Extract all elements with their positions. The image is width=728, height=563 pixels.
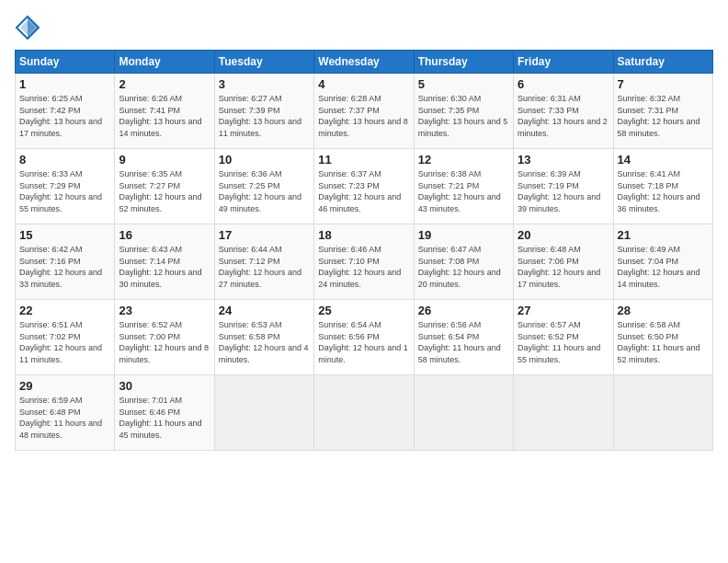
day-info: Sunrise: 6:42 AMSunset: 7:16 PMDaylight:…: [19, 244, 110, 290]
calendar-cell: 13Sunrise: 6:39 AMSunset: 7:19 PMDayligh…: [514, 149, 613, 224]
calendar-page: SundayMondayTuesdayWednesdayThursdayFrid…: [0, 0, 728, 563]
calendar-cell: 14Sunrise: 6:41 AMSunset: 7:18 PMDayligh…: [613, 149, 712, 224]
calendar-cell: 2Sunrise: 6:26 AMSunset: 7:41 PMDaylight…: [115, 74, 214, 149]
calendar-cell: 8Sunrise: 6:33 AMSunset: 7:29 PMDaylight…: [16, 149, 115, 224]
day-info: Sunrise: 6:54 AMSunset: 6:56 PMDaylight:…: [318, 319, 409, 365]
day-info: Sunrise: 6:32 AMSunset: 7:31 PMDaylight:…: [618, 93, 709, 139]
calendar-cell: 5Sunrise: 6:30 AMSunset: 7:35 PMDaylight…: [414, 74, 513, 149]
day-info: Sunrise: 6:37 AMSunset: 7:23 PMDaylight:…: [318, 168, 409, 214]
day-info: Sunrise: 6:48 AMSunset: 7:06 PMDaylight:…: [518, 244, 609, 290]
weekday-header-friday: Friday: [514, 51, 613, 74]
day-info: Sunrise: 6:44 AMSunset: 7:12 PMDaylight:…: [219, 244, 310, 290]
day-info: Sunrise: 6:31 AMSunset: 7:33 PMDaylight:…: [518, 93, 609, 139]
day-number: 30: [119, 379, 210, 393]
logo-icon: [15, 15, 40, 40]
day-info: Sunrise: 6:27 AMSunset: 7:39 PMDaylight:…: [219, 93, 310, 139]
weekday-header-thursday: Thursday: [414, 51, 513, 74]
logo: [15, 15, 44, 40]
calendar-cell: 19Sunrise: 6:47 AMSunset: 7:08 PMDayligh…: [414, 224, 513, 300]
day-number: 12: [418, 153, 509, 167]
day-number: 5: [418, 77, 509, 91]
day-number: 13: [518, 153, 609, 167]
day-number: 8: [19, 153, 110, 167]
day-number: 1: [19, 77, 110, 91]
calendar-week-row: 29Sunrise: 6:59 AMSunset: 6:48 PMDayligh…: [16, 375, 713, 451]
calendar-cell: 6Sunrise: 6:31 AMSunset: 7:33 PMDaylight…: [514, 74, 613, 149]
calendar-cell: 20Sunrise: 6:48 AMSunset: 7:06 PMDayligh…: [514, 224, 613, 300]
calendar-cell: 3Sunrise: 6:27 AMSunset: 7:39 PMDaylight…: [214, 74, 313, 149]
day-info: Sunrise: 6:41 AMSunset: 7:18 PMDaylight:…: [618, 168, 709, 214]
weekday-header-saturday: Saturday: [613, 51, 712, 74]
calendar-cell: 17Sunrise: 6:44 AMSunset: 7:12 PMDayligh…: [214, 224, 313, 300]
day-info: Sunrise: 6:52 AMSunset: 7:00 PMDaylight:…: [119, 319, 210, 365]
day-number: 18: [318, 228, 409, 242]
day-number: 3: [219, 77, 310, 91]
day-number: 24: [219, 304, 310, 317]
day-info: Sunrise: 6:25 AMSunset: 7:42 PMDaylight:…: [19, 93, 110, 139]
day-info: Sunrise: 6:46 AMSunset: 7:10 PMDaylight:…: [318, 244, 409, 290]
day-number: 15: [19, 228, 110, 242]
calendar-cell: [314, 375, 414, 451]
calendar-cell: [514, 375, 613, 451]
day-info: Sunrise: 6:43 AMSunset: 7:14 PMDaylight:…: [119, 244, 210, 290]
day-number: 6: [518, 77, 609, 91]
day-number: 16: [119, 228, 210, 242]
day-number: 25: [318, 304, 409, 317]
calendar-cell: 1Sunrise: 6:25 AMSunset: 7:42 PMDaylight…: [16, 74, 115, 149]
day-info: Sunrise: 6:49 AMSunset: 7:04 PMDaylight:…: [618, 244, 709, 290]
day-number: 9: [119, 153, 210, 167]
calendar-cell: 16Sunrise: 6:43 AMSunset: 7:14 PMDayligh…: [115, 224, 214, 300]
weekday-header-sunday: Sunday: [16, 51, 115, 74]
day-number: 27: [518, 304, 609, 317]
calendar-cell: 15Sunrise: 6:42 AMSunset: 7:16 PMDayligh…: [16, 224, 115, 300]
day-info: Sunrise: 6:47 AMSunset: 7:08 PMDaylight:…: [418, 244, 509, 290]
weekday-header-row: SundayMondayTuesdayWednesdayThursdayFrid…: [16, 51, 713, 74]
day-number: 21: [618, 228, 709, 242]
calendar-cell: [414, 375, 513, 451]
day-number: 14: [618, 153, 709, 167]
calendar-cell: [613, 375, 712, 451]
day-info: Sunrise: 6:59 AMSunset: 6:48 PMDaylight:…: [19, 395, 110, 441]
calendar-cell: 23Sunrise: 6:52 AMSunset: 7:00 PMDayligh…: [115, 300, 214, 375]
calendar-cell: 9Sunrise: 6:35 AMSunset: 7:27 PMDaylight…: [115, 149, 214, 224]
calendar-week-row: 22Sunrise: 6:51 AMSunset: 7:02 PMDayligh…: [16, 300, 713, 375]
day-number: 19: [418, 228, 509, 242]
weekday-header-wednesday: Wednesday: [314, 51, 414, 74]
day-number: 11: [318, 153, 409, 167]
day-info: Sunrise: 6:58 AMSunset: 6:50 PMDaylight:…: [618, 319, 709, 365]
calendar-week-row: 15Sunrise: 6:42 AMSunset: 7:16 PMDayligh…: [16, 224, 713, 300]
calendar-cell: 25Sunrise: 6:54 AMSunset: 6:56 PMDayligh…: [314, 300, 414, 375]
day-info: Sunrise: 6:53 AMSunset: 6:58 PMDaylight:…: [219, 319, 310, 365]
calendar-week-row: 1Sunrise: 6:25 AMSunset: 7:42 PMDaylight…: [16, 74, 713, 149]
calendar-cell: 27Sunrise: 6:57 AMSunset: 6:52 PMDayligh…: [514, 300, 613, 375]
calendar-cell: 21Sunrise: 6:49 AMSunset: 7:04 PMDayligh…: [613, 224, 712, 300]
calendar-cell: 10Sunrise: 6:36 AMSunset: 7:25 PMDayligh…: [214, 149, 313, 224]
day-info: Sunrise: 6:39 AMSunset: 7:19 PMDaylight:…: [518, 168, 609, 214]
day-info: Sunrise: 6:36 AMSunset: 7:25 PMDaylight:…: [219, 168, 310, 214]
weekday-header-monday: Monday: [115, 51, 214, 74]
calendar-cell: 18Sunrise: 6:46 AMSunset: 7:10 PMDayligh…: [314, 224, 414, 300]
day-info: Sunrise: 6:56 AMSunset: 6:54 PMDaylight:…: [418, 319, 509, 365]
calendar-cell: 30Sunrise: 7:01 AMSunset: 6:46 PMDayligh…: [115, 375, 214, 451]
day-info: Sunrise: 7:01 AMSunset: 6:46 PMDaylight:…: [119, 395, 210, 441]
day-info: Sunrise: 6:28 AMSunset: 7:37 PMDaylight:…: [318, 93, 409, 139]
day-number: 7: [618, 77, 709, 91]
calendar-cell: 7Sunrise: 6:32 AMSunset: 7:31 PMDaylight…: [613, 74, 712, 149]
day-info: Sunrise: 6:33 AMSunset: 7:29 PMDaylight:…: [19, 168, 110, 214]
calendar-cell: 11Sunrise: 6:37 AMSunset: 7:23 PMDayligh…: [314, 149, 414, 224]
calendar-cell: 12Sunrise: 6:38 AMSunset: 7:21 PMDayligh…: [414, 149, 513, 224]
day-number: 26: [418, 304, 509, 317]
day-number: 2: [119, 77, 210, 91]
day-info: Sunrise: 6:26 AMSunset: 7:41 PMDaylight:…: [119, 93, 210, 139]
day-number: 28: [618, 304, 709, 317]
calendar-cell: 26Sunrise: 6:56 AMSunset: 6:54 PMDayligh…: [414, 300, 513, 375]
header: [15, 15, 713, 40]
day-number: 23: [119, 304, 210, 317]
calendar-cell: 24Sunrise: 6:53 AMSunset: 6:58 PMDayligh…: [214, 300, 313, 375]
calendar-cell: 28Sunrise: 6:58 AMSunset: 6:50 PMDayligh…: [613, 300, 712, 375]
day-info: Sunrise: 6:30 AMSunset: 7:35 PMDaylight:…: [418, 93, 509, 139]
day-number: 29: [19, 379, 110, 393]
day-info: Sunrise: 6:57 AMSunset: 6:52 PMDaylight:…: [518, 319, 609, 365]
calendar-cell: [214, 375, 313, 451]
day-number: 20: [518, 228, 609, 242]
